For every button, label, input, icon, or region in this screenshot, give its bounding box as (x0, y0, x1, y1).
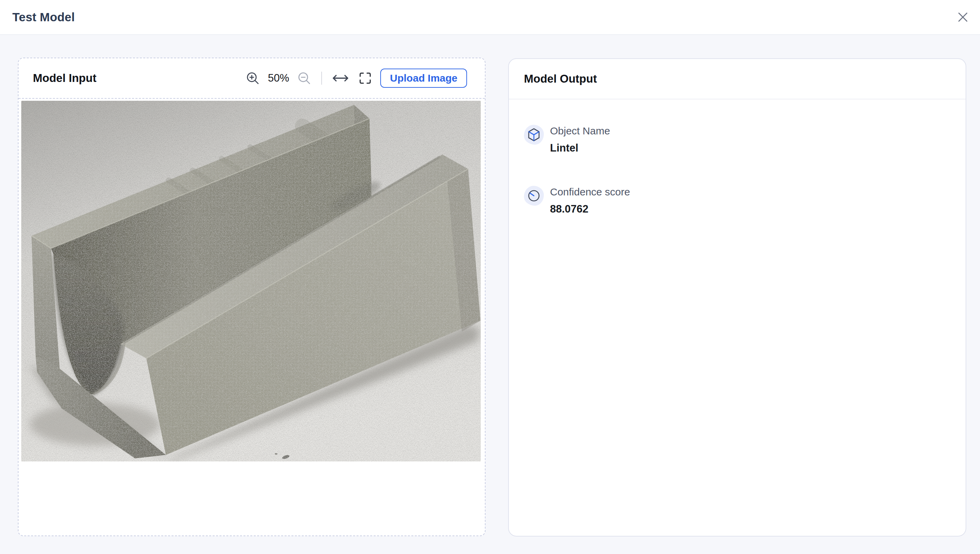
fit-width-button[interactable] (331, 70, 350, 86)
model-input-title: Model Input (33, 72, 96, 85)
result-value: Lintel (550, 142, 610, 154)
fullscreen-icon (358, 71, 373, 86)
model-input-panel: Model Input 50% (18, 57, 486, 536)
zoom-in-icon (245, 70, 261, 86)
result-row-object-name: Object Name Lintel (524, 125, 951, 154)
zoom-in-button[interactable] (244, 70, 261, 86)
zoom-out-button[interactable] (296, 70, 312, 86)
object-name-icon-blob (524, 125, 544, 145)
result-value: 88.0762 (550, 202, 630, 215)
image-toolbar: 50% (244, 68, 467, 88)
close-button[interactable] (953, 7, 973, 27)
test-model-dialog: Test Model Model Input 50% (0, 0, 980, 554)
result-texts: Confidence score 88.0762 (550, 186, 630, 215)
result-texts: Object Name Lintel (550, 125, 610, 154)
result-label: Confidence score (550, 186, 630, 198)
cube-icon (527, 127, 541, 142)
image-area (19, 99, 485, 462)
input-image (21, 101, 481, 462)
result-row-confidence-score: Confidence score 88.0762 (524, 186, 951, 215)
zoom-level: 50% (268, 72, 289, 84)
gauge-icon (527, 189, 541, 203)
model-output-panel: Model Output Object Name Lintel (508, 58, 966, 536)
upload-image-button[interactable]: Upload Image (380, 68, 467, 88)
model-output-header: Model Output (509, 59, 966, 99)
toolbar-divider (321, 72, 322, 85)
model-input-header: Model Input 50% (19, 58, 485, 99)
zoom-out-icon (296, 70, 312, 86)
model-output-title: Model Output (524, 72, 597, 85)
page-title: Test Model (12, 10, 75, 24)
result-label: Object Name (550, 125, 610, 137)
fit-width-icon (331, 71, 350, 86)
dialog-header: Test Model (0, 0, 980, 35)
fullscreen-button[interactable] (357, 70, 373, 86)
confidence-score-icon-blob (524, 186, 544, 206)
model-output-body: Object Name Lintel Confidence score 88.0… (509, 99, 966, 215)
close-icon (956, 10, 970, 24)
